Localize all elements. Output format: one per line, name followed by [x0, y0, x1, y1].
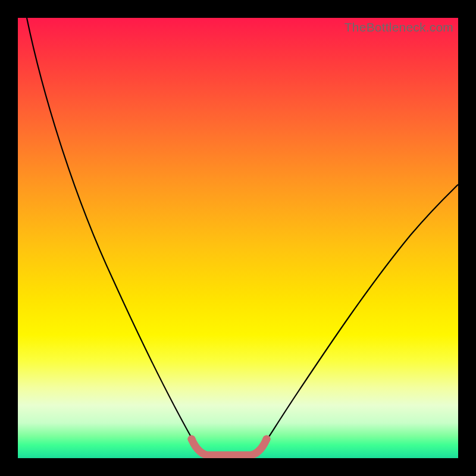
plot-area: TheBottleneck.com: [18, 18, 458, 458]
curve-left: [27, 18, 207, 457]
trough-marker: [192, 439, 267, 455]
outer-frame: TheBottleneck.com: [0, 0, 476, 476]
trough-marker-dot-right: [263, 436, 271, 443]
curve-right: [255, 184, 458, 457]
curve-layer: [18, 18, 458, 458]
trough-marker-dot-left: [188, 436, 196, 443]
